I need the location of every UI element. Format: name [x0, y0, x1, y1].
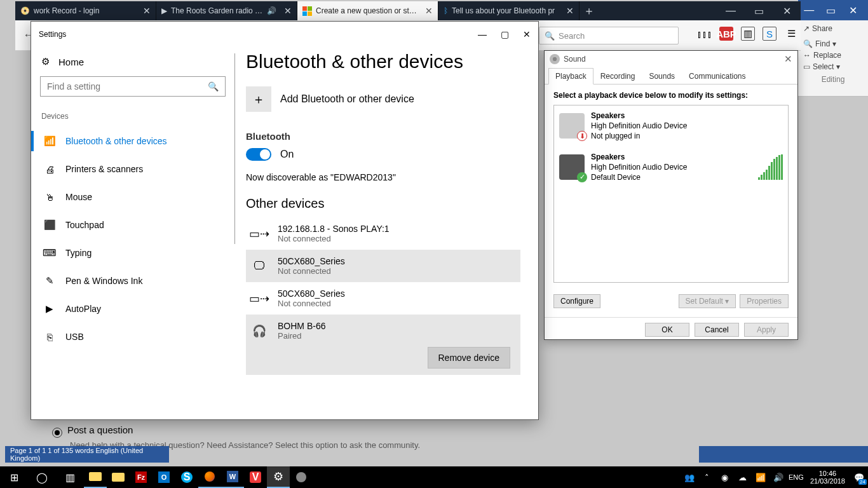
toggle-state-label: On	[280, 149, 294, 160]
settings-minimize[interactable]: ―	[478, 29, 487, 39]
taskbar-settings[interactable]: ⚙	[267, 466, 290, 488]
radio-selected-icon[interactable]	[52, 428, 62, 438]
favicon-play-icon: ▶	[161, 6, 167, 15]
tab-playback[interactable]: Playback	[548, 68, 593, 85]
taskbar-skype[interactable]: S	[175, 466, 198, 488]
tab-audio-icon[interactable]: 🔊	[267, 6, 276, 15]
find-setting-search[interactable]: Find a setting 🔍	[40, 76, 226, 97]
apply-button[interactable]: Apply	[744, 323, 789, 337]
tab-sounds[interactable]: Sounds	[642, 68, 682, 85]
nav-bluetooth-devices[interactable]: 📶 Bluetooth & other devices	[40, 127, 226, 155]
device-bohm[interactable]: 🎧 BOHM B-66 Paired Remove device	[246, 315, 520, 375]
tab-create-question[interactable]: Create a new question or start a ✕	[297, 1, 438, 20]
select-button[interactable]: ▭ Select ▾	[803, 62, 863, 71]
tray-onedrive-icon[interactable]: ☁	[734, 466, 752, 488]
home-button[interactable]: ⚙ Home	[41, 56, 226, 67]
ok-button[interactable]: OK	[645, 323, 689, 337]
clock-time: 10:46	[810, 470, 845, 477]
nav-label: Typing	[65, 248, 92, 258]
sound-tabs: Playback Recording Sounds Communications	[545, 67, 797, 85]
word-maximize[interactable]: ▭	[820, 3, 843, 17]
configure-button[interactable]: Configure	[553, 294, 600, 308]
device-sonos[interactable]: ▭⇢ 192.168.1.8 - Sonos PLAY:1 Not connec…	[246, 217, 520, 250]
properties-button[interactable]: Properties	[740, 294, 789, 308]
printer-icon: 🖨	[44, 164, 55, 175]
share-button[interactable]: ↗ Share	[803, 24, 863, 33]
settings-maximize[interactable]: ▢	[501, 29, 509, 39]
taskbar-file-explorer-1[interactable]	[84, 466, 107, 488]
tab-recording[interactable]: Recording	[593, 68, 642, 85]
remove-device-button[interactable]: Remove device	[428, 347, 511, 369]
word-close[interactable]: ✕	[842, 3, 864, 17]
bluetooth-devices-icon: 📶	[44, 135, 55, 147]
tab-bluetooth[interactable]: ᛒ Tell us about your Bluetooth pr ✕	[438, 1, 580, 20]
nav-typing[interactable]: ⌨ Typing	[40, 239, 226, 267]
firefox-close[interactable]: ✕	[773, 1, 801, 20]
firefox-minimize[interactable]: ―	[717, 1, 745, 20]
bluetooth-toggle[interactable]	[246, 148, 271, 161]
reader-view-icon[interactable]: ▥	[741, 27, 755, 41]
task-view[interactable]: ▥	[56, 466, 84, 488]
add-bluetooth-device[interactable]: ＋ Add Bluetooth or other device	[246, 86, 520, 112]
section-heading: Devices	[41, 112, 226, 121]
adblock-icon[interactable]: ABP	[719, 27, 733, 41]
replace-button[interactable]: ↔ Replace	[803, 51, 863, 60]
playback-device-unplugged[interactable]: ⬇ Speakers High Definition Audio Device …	[554, 105, 788, 147]
find-button[interactable]: 🔍 Find ▾	[803, 39, 863, 48]
firefox-menu-button[interactable]: ☰	[784, 27, 798, 41]
tray-wifi-icon[interactable]: 📶	[752, 466, 770, 488]
tray-show-hidden[interactable]: ˄	[698, 466, 716, 488]
usb-icon: ⎘	[44, 332, 55, 342]
tray-language[interactable]: ENG	[787, 466, 805, 488]
device-text: 192.168.1.8 - Sonos PLAY:1 Not connected	[278, 224, 390, 243]
library-icon[interactable]: ⫿⫿⫿	[698, 27, 712, 41]
speaker-icon: ✓	[559, 154, 585, 180]
taskbar-outlook[interactable]: O	[153, 466, 175, 488]
word-status-bar[interactable]: Page 1 of 1 1 of 135 words English (Unit…	[5, 446, 169, 463]
tab-work-record[interactable]: 📀 work Record - login ✕	[15, 1, 156, 20]
tray-people[interactable]: 👥	[681, 466, 698, 488]
new-tab-button[interactable]: ＋	[580, 1, 599, 20]
favicon-record-icon: 📀	[20, 6, 30, 15]
cortana-search[interactable]: ◯	[28, 466, 56, 488]
firefox-maximize[interactable]: ▭	[745, 1, 773, 20]
taskbar-word[interactable]: W	[221, 466, 244, 488]
cancel-button[interactable]: Cancel	[695, 323, 739, 337]
device-50cx680-1[interactable]: 🖵 50CX680_Series Not connected	[246, 250, 520, 282]
taskbar-firefox[interactable]	[198, 466, 221, 488]
tab-roots-garden[interactable]: ▶ The Roots Garden radio sho 🔊 ✕	[156, 1, 297, 20]
tray-action-center[interactable]: 💬24	[850, 466, 868, 488]
nav-autoplay[interactable]: ▶ AutoPlay	[40, 295, 226, 323]
nav-printers-scanners[interactable]: 🖨 Printers & scanners	[40, 155, 226, 183]
scroll-indicator[interactable]	[234, 53, 235, 244]
tray-location-icon[interactable]: ◉	[716, 466, 734, 488]
sound-close-button[interactable]: ✕	[784, 53, 792, 65]
firefox-search-box[interactable]: 🔍 Search	[539, 27, 679, 44]
tray-clock[interactable]: 10:46 21/03/2018	[805, 470, 850, 485]
taskbar-vivaldi[interactable]: V	[244, 466, 267, 488]
tray-volume-icon[interactable]: 🔊	[770, 466, 787, 488]
tab-close-icon[interactable]: ✕	[143, 6, 151, 16]
tab-close-icon[interactable]: ✕	[566, 6, 574, 16]
taskbar-filezilla[interactable]: Fz	[130, 466, 153, 488]
taskbar-file-explorer-2[interactable]	[107, 466, 130, 488]
settings-close[interactable]: ✕	[523, 29, 531, 39]
tab-close-icon[interactable]: ✕	[425, 6, 433, 16]
search-icon: 🔍	[208, 81, 219, 92]
word-status-bar-right[interactable]	[699, 446, 868, 463]
tab-close-icon[interactable]: ✕	[284, 6, 292, 16]
start-button[interactable]: ⊞	[0, 466, 28, 488]
nav-pen-ink[interactable]: ✎ Pen & Windows Ink	[40, 267, 226, 295]
word-minimize[interactable]: ―	[798, 3, 820, 17]
nav-mouse[interactable]: 🖱 Mouse	[40, 183, 226, 211]
tab-communications[interactable]: Communications	[682, 68, 752, 85]
device-50cx680-2[interactable]: ▭⇢ 50CX680_Series Not connected	[246, 282, 520, 315]
playback-device-list[interactable]: ⬇ Speakers High Definition Audio Device …	[553, 105, 789, 283]
nav-usb[interactable]: ⎘ USB	[40, 323, 226, 351]
set-default-button[interactable]: Set Default ▾	[679, 294, 736, 308]
taskbar-app[interactable]	[290, 466, 313, 488]
nav-label: AutoPlay	[65, 304, 101, 314]
playback-device-default[interactable]: ✓ Speakers High Definition Audio Device …	[554, 147, 788, 188]
nav-touchpad[interactable]: ⬛ Touchpad	[40, 211, 226, 239]
screenshot-icon[interactable]: S	[763, 27, 776, 41]
